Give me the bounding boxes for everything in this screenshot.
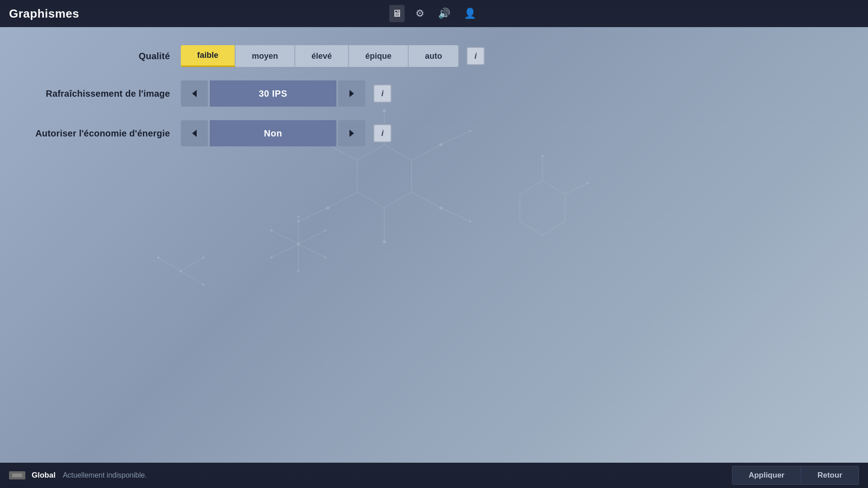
- svg-line-40: [181, 271, 203, 285]
- refresh-next-button[interactable]: [338, 80, 365, 107]
- quality-tab-moyen[interactable]: moyen: [236, 45, 295, 67]
- controller-icon-inner: [12, 474, 22, 477]
- power-saving-control: Non: [181, 120, 365, 146]
- quality-row: Qualité faible moyen élevé épique auto i: [27, 45, 841, 67]
- power-saving-prev-button[interactable]: [181, 120, 208, 146]
- quality-tab-faible[interactable]: faible: [181, 45, 236, 67]
- svg-line-5: [328, 192, 357, 208]
- svg-line-15: [271, 230, 298, 244]
- info-icon: i: [381, 89, 383, 99]
- refresh-value: 30 IPS: [210, 80, 336, 107]
- bottom-bar: Global Actuellement indisponible. Appliq…: [0, 463, 868, 488]
- user-icon[interactable]: 👤: [461, 5, 479, 22]
- svg-marker-49: [349, 130, 354, 137]
- header: Graphismes 🖥 ⚙ 🔊 👤: [0, 0, 868, 27]
- monitor-icon[interactable]: 🖥: [389, 5, 405, 22]
- svg-marker-46: [192, 90, 197, 97]
- svg-marker-34: [520, 181, 565, 235]
- main-content: Qualité faible moyen élevé épique auto i…: [0, 27, 868, 178]
- svg-point-45: [157, 257, 159, 258]
- svg-point-42: [180, 270, 182, 272]
- svg-point-20: [325, 230, 326, 231]
- refresh-row: Rafraîchissement de l'image 30 IPS i: [27, 80, 841, 107]
- back-button[interactable]: Retour: [801, 466, 859, 485]
- svg-point-24: [297, 216, 299, 218]
- svg-line-13: [298, 230, 326, 244]
- arrow-right-icon: [347, 89, 356, 98]
- power-saving-row: Autoriser l'économie d'énergie Non i: [27, 120, 841, 146]
- svg-point-43: [203, 257, 204, 258]
- svg-point-44: [203, 284, 204, 286]
- svg-point-29: [469, 221, 471, 222]
- power-saving-next-button[interactable]: [338, 120, 365, 146]
- svg-line-31: [298, 208, 328, 221]
- controller-icon: [9, 471, 25, 479]
- svg-line-3: [411, 192, 441, 208]
- svg-line-36: [565, 183, 588, 194]
- refresh-label: Rafraîchissement de l'image: [27, 89, 181, 99]
- svg-point-25: [297, 270, 299, 272]
- svg-line-14: [298, 244, 326, 258]
- quality-tab-auto[interactable]: auto: [409, 45, 458, 67]
- svg-line-39: [181, 258, 203, 271]
- refresh-info-button[interactable]: i: [373, 84, 392, 103]
- svg-line-41: [158, 258, 181, 271]
- global-label: Global: [32, 471, 56, 480]
- svg-point-10: [383, 240, 386, 243]
- quality-label: Qualité: [27, 51, 181, 61]
- arrow-left-icon: [190, 129, 199, 138]
- power-saving-label: Autoriser l'économie d'énergie: [27, 128, 181, 139]
- svg-point-19: [297, 243, 300, 245]
- refresh-prev-button[interactable]: [181, 80, 208, 107]
- power-saving-info-button[interactable]: i: [373, 124, 392, 142]
- status-text: Actuellement indisponible.: [63, 471, 147, 479]
- power-saving-value: Non: [210, 120, 336, 146]
- info-icon: i: [475, 52, 477, 61]
- quality-tab-eleve[interactable]: élevé: [295, 45, 349, 67]
- quality-info-button[interactable]: i: [467, 47, 485, 65]
- svg-marker-47: [349, 90, 354, 97]
- svg-point-38: [587, 182, 589, 184]
- quality-tabs: faible moyen élevé épique auto: [181, 45, 458, 67]
- svg-line-16: [271, 244, 298, 258]
- refresh-control: 30 IPS: [181, 80, 365, 107]
- quality-tab-epique[interactable]: épique: [349, 45, 409, 67]
- svg-point-33: [297, 221, 299, 222]
- volume-icon[interactable]: 🔊: [435, 5, 453, 22]
- svg-point-23: [270, 257, 272, 258]
- bottom-actions: Appliquer Retour: [732, 466, 859, 485]
- arrow-right-icon: [347, 129, 356, 138]
- arrow-left-icon: [190, 89, 199, 98]
- header-icon-group: 🖥 ⚙ 🔊 👤: [389, 5, 479, 22]
- page-title: Graphismes: [9, 7, 79, 21]
- svg-point-21: [325, 257, 326, 258]
- apply-button[interactable]: Appliquer: [732, 466, 801, 485]
- gear-icon[interactable]: ⚙: [413, 5, 427, 22]
- svg-point-22: [270, 230, 272, 231]
- svg-line-27: [441, 208, 470, 221]
- info-icon: i: [381, 129, 383, 138]
- svg-marker-48: [192, 130, 197, 137]
